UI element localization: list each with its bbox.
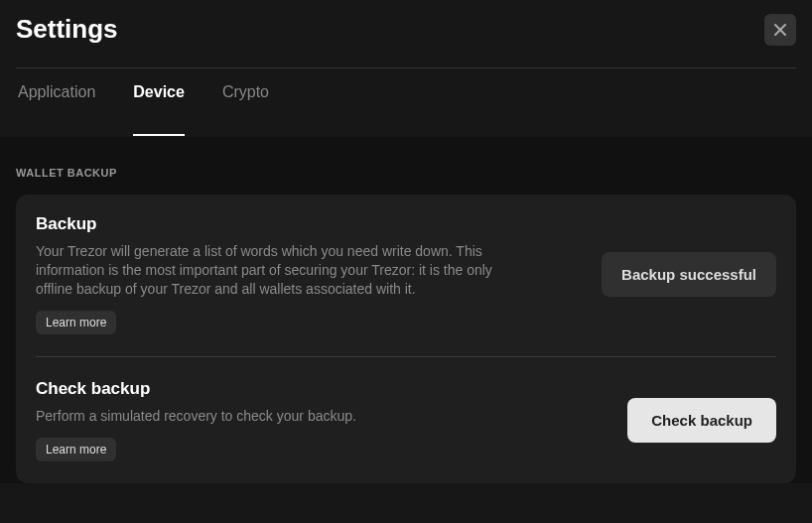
backup-description: Your Trezor will generate a list of word… [36, 242, 532, 299]
settings-tabs: Application Device Crypto [0, 68, 812, 116]
backup-title: Backup [36, 214, 532, 234]
check-backup-title: Check backup [36, 379, 532, 399]
backup-learn-more-link[interactable]: Learn more [36, 311, 116, 334]
close-button[interactable] [764, 14, 796, 46]
page-title: Settings [16, 14, 118, 45]
tab-application[interactable]: Application [18, 68, 95, 116]
check-backup-description: Perform a simulated recovery to check yo… [36, 407, 532, 426]
section-label-wallet-backup: WALLET BACKUP [16, 137, 796, 195]
backup-status-badge: Backup successful [602, 252, 776, 297]
wallet-backup-card: Backup Your Trezor will generate a list … [16, 195, 796, 483]
check-backup-learn-more-link[interactable]: Learn more [36, 438, 116, 461]
tab-device[interactable]: Device [133, 68, 185, 116]
close-icon [774, 24, 786, 36]
check-backup-button[interactable]: Check backup [627, 398, 776, 443]
card-divider [36, 356, 776, 357]
tab-crypto[interactable]: Crypto [222, 68, 269, 116]
